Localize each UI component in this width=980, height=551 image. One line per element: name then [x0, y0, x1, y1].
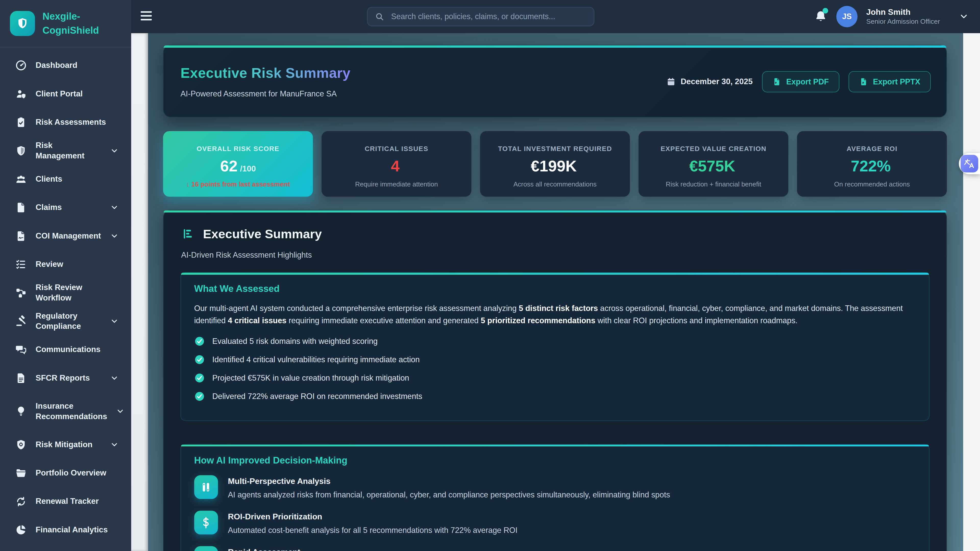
- sidebar: Nexgile-CogniShield Dashboard Client Por…: [0, 0, 131, 551]
- app-window: Nexgile-CogniShield Dashboard Client Por…: [0, 0, 980, 551]
- sidebar-item-insurance-recommendations[interactable]: Insurance Recommendations: [0, 392, 131, 430]
- paragraph-segment: 4 critical issues: [228, 316, 286, 325]
- summary-subtitle: AI-Driven Risk Assessment Highlights: [181, 251, 312, 259]
- accent-bar: [181, 273, 929, 275]
- sidebar-item-client-portal[interactable]: Client Portal: [0, 79, 131, 108]
- paragraph-segment: with clear ROI projections and implement…: [595, 316, 797, 325]
- sync-icon: [15, 495, 27, 508]
- kpi-value: 4: [391, 157, 400, 175]
- sidebar-item-communications[interactable]: Communications: [0, 335, 131, 364]
- sidebar-item-label: Clients: [36, 174, 119, 184]
- file-pptx-icon: [859, 77, 868, 86]
- checklist-text: Identified 4 critical vulnerabilities re…: [212, 355, 420, 364]
- kpi-note: ↓ 16 points from last assessment: [163, 181, 313, 188]
- export-pdf-label: Export PDF: [786, 77, 829, 86]
- export-pptx-button[interactable]: Export PPTX: [849, 71, 931, 92]
- file-pdf-icon: [773, 77, 781, 86]
- kpi-value: €199K: [531, 157, 577, 175]
- sidebar-item-risk-mitigation[interactable]: Risk Mitigation: [0, 430, 131, 459]
- kpi-note: Risk reduction + financial benefit: [638, 181, 788, 188]
- sidebar-item-risk-review-workflow[interactable]: Risk Review Workflow: [0, 279, 131, 307]
- folder-icon: [15, 467, 27, 479]
- sidebar-item-coi-management[interactable]: COI Management: [0, 222, 131, 250]
- kpi-row: OVERALL RISK SCORE 62/100 ↓ 16 points fr…: [163, 131, 947, 197]
- chevron-down-icon[interactable]: [959, 11, 969, 21]
- checklist-item: Evaluated 5 risk domains with weighted s…: [194, 336, 916, 347]
- sidebar-item-portfolio-overview[interactable]: Portfolio Overview: [0, 459, 131, 487]
- kpi-value: €575K: [689, 157, 735, 175]
- what-we-assessed-card: What We Assessed Our multi-agent AI syst…: [180, 272, 929, 421]
- translate-widget-button[interactable]: [959, 153, 980, 174]
- menu-icon[interactable]: [139, 10, 153, 24]
- checklist-item: Delivered 722% average ROI on recommende…: [194, 391, 916, 402]
- workflow-icon: [15, 287, 27, 299]
- page-title: Executive Risk Summary: [180, 65, 350, 81]
- checklist-icon: [15, 259, 27, 270]
- calendar-icon: [667, 77, 676, 86]
- sidebar-item-sfcr-reports[interactable]: SFCR Reports: [0, 364, 131, 392]
- page-header-card: Executive Risk Summary AI-Powered Assess…: [163, 45, 947, 118]
- sidebar-item-claims[interactable]: Claims: [0, 193, 131, 222]
- sidebar-item-label: Portfolio Overview: [36, 468, 119, 478]
- kpi-card-total-investment-required: TOTAL INVESTMENT REQUIRED €199K Across a…: [480, 131, 630, 197]
- sidebar-item-financial-analytics[interactable]: Financial Analytics: [0, 516, 131, 544]
- summary-header: Executive Summary: [182, 227, 322, 241]
- global-search[interactable]: [367, 7, 594, 26]
- assessed-checklist: Evaluated 5 risk domains with weighted s…: [194, 336, 916, 402]
- gauge-icon: [15, 59, 27, 71]
- sidebar-item-clients[interactable]: Clients: [0, 165, 131, 193]
- sidebar-item-label: Review: [36, 259, 119, 270]
- ai-feature-title: Rapid Assessment: [228, 548, 301, 551]
- accent-bar: [181, 445, 929, 446]
- checklist-text: Evaluated 5 risk domains with weighted s…: [212, 337, 378, 346]
- user-info: John Smith Senior Admission Officer: [866, 7, 940, 26]
- avatar[interactable]: JS: [836, 6, 858, 27]
- sidebar-item-risk-assessments[interactable]: Risk Assessments: [0, 108, 131, 137]
- assessed-heading: What We Assessed: [194, 283, 916, 294]
- kpi-card-critical-issues: CRITICAL ISSUES 4 Require immediate atte…: [321, 131, 471, 197]
- sidebar-item-regulatory-compliance[interactable]: Regulatory Compliance: [0, 307, 131, 335]
- ai-feature-text: ROI-Driven Prioritization Automated cost…: [228, 511, 517, 535]
- sidebar-item-label: SFCR Reports: [36, 373, 101, 383]
- clipboard-check-icon: [15, 116, 27, 128]
- kpi-value: 62: [220, 157, 238, 175]
- check-circle-icon: [194, 391, 205, 402]
- pie-icon: [15, 524, 27, 536]
- brand-header[interactable]: Nexgile-CogniShield: [0, 0, 131, 48]
- export-pdf-button[interactable]: Export PDF: [762, 71, 839, 92]
- checklist-text: Delivered 722% average ROI on recommende…: [212, 392, 422, 401]
- sidebar-item-risk-management[interactable]: Risk Management: [0, 137, 131, 165]
- chevron-down-icon: [110, 317, 119, 326]
- kpi-label: OVERALL RISK SCORE: [163, 145, 313, 153]
- checklist-item: Identified 4 critical vulnerabilities re…: [194, 354, 916, 365]
- sidebar-item-renewal-tracker[interactable]: Renewal Tracker: [0, 487, 131, 516]
- content-scrollbar-left[interactable]: [131, 33, 148, 551]
- assessed-paragraph: Our multi-agent AI system conducted a co…: [194, 302, 916, 327]
- check-circle-icon: [194, 354, 205, 365]
- sidebar-item-label: Financial Analytics: [36, 525, 119, 535]
- user-shield-icon: [15, 88, 27, 100]
- sidebar-item-label: Insurance Recommendations: [36, 401, 107, 422]
- sidebar-item-dashboard[interactable]: Dashboard: [0, 51, 131, 79]
- search-input[interactable]: [390, 11, 587, 22]
- kpi-label: AVERAGE ROI: [797, 145, 947, 153]
- notifications-button[interactable]: [814, 10, 828, 24]
- page-scrollbar[interactable]: [963, 33, 980, 551]
- kpi-card-overall-risk-score: OVERALL RISK SCORE 62/100 ↓ 16 points fr…: [163, 131, 313, 197]
- sidebar-item-review[interactable]: Review: [0, 250, 131, 279]
- bar-chart-icon: [182, 227, 195, 240]
- kpi-value-row: 62/100: [163, 157, 313, 175]
- kpi-note: Across all recommendations: [480, 181, 630, 188]
- report-date-text: December 30, 2025: [681, 77, 752, 86]
- kpi-note: On recommended actions: [797, 181, 947, 188]
- chevron-down-icon: [110, 146, 119, 155]
- file-icon: [15, 202, 27, 213]
- brand-name: Nexgile-CogniShield: [43, 10, 121, 38]
- ai-feature-list: Multi-Perspective Analysis AI agents ana…: [194, 475, 916, 551]
- kpi-value-row: €199K: [480, 157, 630, 175]
- sidebar-item-label: Renewal Tracker: [36, 496, 119, 507]
- check-circle-icon: [194, 373, 205, 383]
- kpi-card-expected-value-creation: EXPECTED VALUE CREATION €575K Risk reduc…: [638, 131, 788, 197]
- report-date: December 30, 2025: [667, 77, 752, 86]
- shield-logo-icon: [10, 11, 35, 36]
